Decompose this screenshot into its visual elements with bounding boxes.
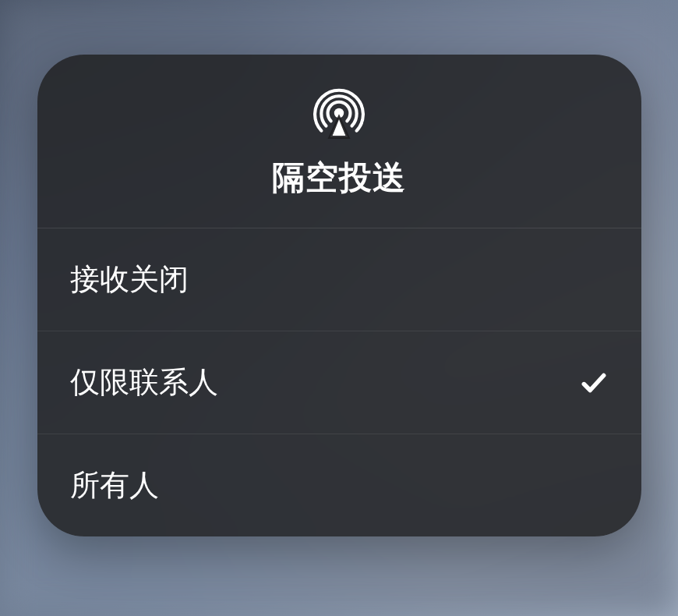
airdrop-settings-panel: 隔空投送 接收关闭 仅限联系人 所有人 (37, 55, 641, 536)
checkmark-icon (579, 368, 609, 398)
option-receiving-off[interactable]: 接收关闭 (37, 228, 641, 331)
panel-header: 隔空投送 (37, 55, 641, 228)
option-label: 所有人 (70, 466, 159, 505)
option-label: 仅限联系人 (70, 363, 218, 402)
options-list: 接收关闭 仅限联系人 所有人 (37, 228, 641, 536)
airdrop-icon (313, 87, 365, 139)
option-contacts-only[interactable]: 仅限联系人 (37, 331, 641, 434)
option-everyone[interactable]: 所有人 (37, 434, 641, 536)
option-label: 接收关闭 (70, 260, 189, 299)
panel-title: 隔空投送 (272, 156, 406, 200)
